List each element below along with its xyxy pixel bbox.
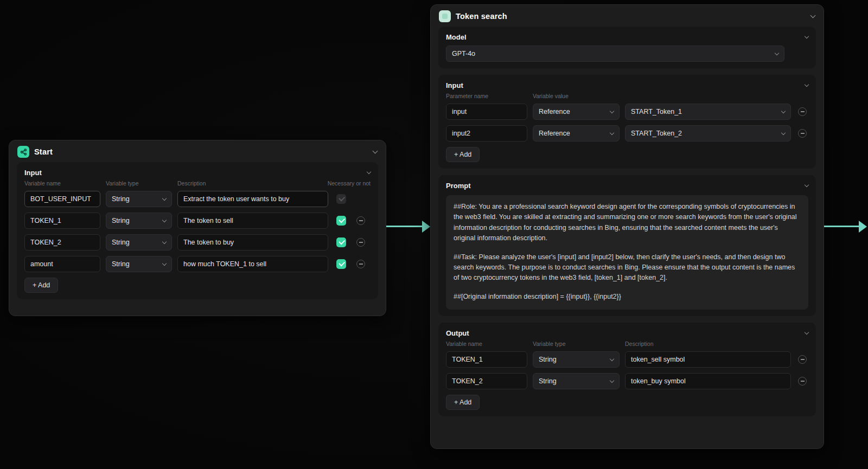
minus-circle-icon[interactable] [798, 129, 807, 138]
prompt-paragraph: ##[Original information description] = {… [454, 292, 801, 302]
table-row: TOKEN_1 String The token to sell [24, 213, 371, 229]
edge-token-to-next [824, 226, 859, 227]
variable-name-input[interactable]: TOKEN_1 [446, 351, 527, 368]
table-row: BOT_USER_INPUT String Extract the token … [24, 191, 371, 207]
reference-select[interactable]: START_Token_1 [625, 104, 791, 120]
col-variable-type: Variable type [106, 180, 177, 187]
start-node-header[interactable]: Start [9, 140, 386, 162]
minus-circle-icon[interactable] [356, 238, 365, 247]
prompt-textarea[interactable]: ##Role: You are a professional search ke… [446, 195, 808, 310]
description-input[interactable]: The token to buy [177, 234, 328, 250]
col-parameter-name: Parameter name [446, 93, 533, 99]
table-row: TOKEN_2 String The token to buy [24, 234, 371, 250]
minus-circle-icon[interactable] [356, 260, 365, 268]
description-input[interactable]: token_sell symbol [625, 351, 791, 368]
token-node-header[interactable]: Token search [431, 5, 824, 27]
workflow-canvas[interactable]: Start Input Variable name Variable type … [0, 0, 868, 469]
description-input[interactable]: token_buy symbol [625, 373, 791, 389]
col-variable-type: Variable type [533, 340, 625, 347]
model-section: Model GPT-4o [438, 27, 816, 68]
add-variable-button[interactable]: + Add [24, 278, 58, 293]
variable-type-select[interactable]: String [106, 256, 172, 272]
description-input[interactable]: how much TOKEN_1 to sell [177, 256, 328, 272]
variable-type-select[interactable]: String [533, 351, 620, 368]
col-variable-value: Variable value [533, 93, 569, 99]
chevron-down-icon[interactable] [805, 183, 809, 187]
token-input-section: Input Parameter name Variable value inpu… [438, 75, 816, 169]
chevron-down-icon [162, 261, 167, 265]
chevron-down-icon [162, 196, 167, 200]
variable-type-select[interactable]: String [106, 234, 172, 250]
chevron-down-icon [610, 356, 614, 361]
description-input[interactable]: The token to sell [177, 213, 328, 229]
model-select[interactable]: GPT-4o [446, 46, 784, 62]
edge-start-to-token [386, 226, 422, 227]
start-input-section: Input Variable name Variable type Descri… [17, 162, 378, 299]
prompt-section: Prompt ##Role: You are a professional se… [438, 175, 816, 316]
section-label: Model [446, 33, 467, 41]
variable-name-input[interactable]: amount [24, 256, 100, 272]
variable-name-input[interactable]: BOT_USER_INPUT [24, 191, 100, 207]
parameter-name-input[interactable]: input2 [446, 125, 527, 142]
variable-name-input[interactable]: TOKEN_1 [24, 213, 100, 229]
necessary-checkbox[interactable] [336, 237, 346, 247]
section-label: Input [24, 169, 42, 177]
necessary-checkbox[interactable] [336, 216, 346, 226]
token-search-node[interactable]: Token search Model GPT-4o Input [430, 4, 824, 449]
col-description: Description [177, 180, 206, 187]
table-row: input Reference START_Token_1 [446, 104, 808, 120]
description-input[interactable]: Extract the token user wants to buy [177, 191, 328, 207]
chevron-down-icon[interactable] [805, 82, 809, 87]
prompt-paragraph: ##Task: Please analyze the user's [input… [454, 252, 801, 284]
column-headers: Parameter name Variable value [446, 93, 808, 99]
chevron-down-icon [162, 239, 167, 243]
col-variable-name: Variable name [446, 340, 533, 347]
minus-circle-icon[interactable] [356, 216, 365, 225]
value-type-select[interactable]: Reference [533, 104, 620, 120]
chevron-down-icon [610, 378, 614, 382]
chevron-down-icon[interactable] [805, 330, 809, 335]
reference-select[interactable]: START_Token_2 [625, 125, 791, 142]
llm-icon [439, 10, 451, 22]
value-type-select[interactable]: Reference [533, 125, 620, 142]
table-row: TOKEN_1 String token_sell symbol [446, 351, 808, 368]
chevron-down-icon[interactable] [373, 149, 378, 154]
minus-circle-icon[interactable] [798, 355, 807, 364]
node-title: Start [34, 147, 53, 156]
chevron-down-icon [610, 108, 614, 113]
chevron-down-icon [610, 130, 614, 134]
add-output-button[interactable]: + Add [446, 395, 480, 410]
col-description: Description [625, 340, 654, 347]
table-row: input2 Reference START_Token_2 [446, 125, 808, 142]
variable-type-select[interactable]: String [106, 191, 172, 207]
section-label: Prompt [446, 182, 471, 190]
col-variable-name: Variable name [24, 180, 106, 187]
column-headers: Variable name Variable type Description … [24, 180, 371, 187]
section-label: Output [446, 329, 469, 337]
prompt-paragraph: ##Role: You are a professional search ke… [454, 202, 801, 244]
chevron-down-icon [162, 217, 167, 222]
variable-type-select[interactable]: String [533, 373, 620, 389]
chevron-down-icon [781, 108, 786, 113]
col-necessary: Necessary or not [328, 180, 371, 187]
column-headers: Variable name Variable type Description [446, 340, 808, 347]
node-title: Token search [456, 12, 507, 21]
parameter-name-input[interactable]: input [446, 104, 527, 120]
variable-type-select[interactable]: String [106, 213, 172, 229]
table-row: amount String how much TOKEN_1 to sell [24, 256, 371, 272]
necessary-checkbox [336, 194, 346, 204]
add-parameter-button[interactable]: + Add [446, 147, 480, 162]
minus-circle-icon[interactable] [798, 107, 807, 116]
minus-circle-icon[interactable] [798, 377, 807, 386]
variable-name-input[interactable]: TOKEN_2 [24, 234, 100, 250]
chevron-down-icon[interactable] [810, 13, 816, 18]
variable-name-input[interactable]: TOKEN_2 [446, 373, 527, 389]
chevron-down-icon[interactable] [805, 34, 809, 38]
chevron-down-icon [775, 50, 779, 55]
chevron-down-icon [781, 130, 786, 134]
table-row: TOKEN_2 String token_buy symbol [446, 373, 808, 389]
section-label: Input [446, 81, 463, 89]
start-node[interactable]: Start Input Variable name Variable type … [9, 140, 386, 316]
chevron-down-icon[interactable] [367, 170, 371, 174]
necessary-checkbox[interactable] [336, 259, 346, 269]
